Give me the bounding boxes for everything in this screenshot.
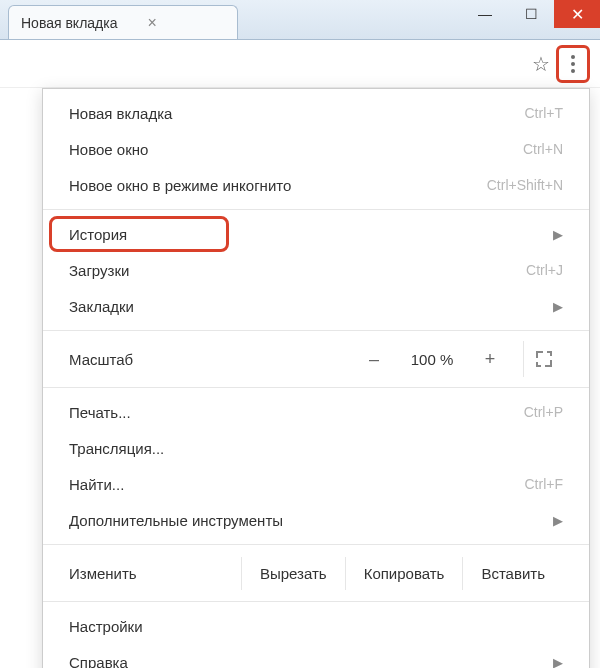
menu-item-label: Печать... bbox=[69, 404, 131, 421]
close-tab-icon[interactable]: × bbox=[148, 15, 157, 31]
minimize-button[interactable]: — bbox=[462, 0, 508, 28]
shortcut-label: Ctrl+J bbox=[526, 262, 563, 278]
chevron-right-icon: ▶ bbox=[553, 655, 563, 669]
zoom-controls: – 100 % + bbox=[351, 341, 563, 377]
menu-find[interactable]: Найти... Ctrl+F bbox=[43, 466, 589, 502]
edit-label: Изменить bbox=[69, 565, 241, 582]
menu-item-label: Трансляция... bbox=[69, 440, 164, 457]
shortcut-label: Ctrl+P bbox=[524, 404, 563, 420]
menu-history[interactable]: История ▶ bbox=[43, 216, 589, 252]
separator bbox=[43, 330, 589, 331]
chevron-right-icon: ▶ bbox=[553, 227, 563, 242]
shortcut-label: Ctrl+Shift+N bbox=[487, 177, 563, 193]
menu-item-label: Закладки bbox=[69, 298, 134, 315]
menu-zoom: Масштаб – 100 % + bbox=[43, 337, 589, 381]
menu-item-label: Новое окно в режиме инкогнито bbox=[69, 177, 291, 194]
edit-buttons: Вырезать Копировать Вставить bbox=[241, 557, 563, 590]
fullscreen-button[interactable] bbox=[523, 341, 563, 377]
menu-incognito[interactable]: Новое окно в режиме инкогнито Ctrl+Shift… bbox=[43, 167, 589, 203]
main-menu: Новая вкладка Ctrl+T Новое окно Ctrl+N Н… bbox=[42, 88, 590, 668]
chevron-right-icon: ▶ bbox=[553, 513, 563, 528]
menu-button-highlight bbox=[556, 45, 590, 83]
menu-more-tools[interactable]: Дополнительные инструменты ▶ bbox=[43, 502, 589, 538]
tab-title: Новая вкладка bbox=[21, 15, 118, 31]
menu-downloads[interactable]: Загрузки Ctrl+J bbox=[43, 252, 589, 288]
titlebar: Новая вкладка × — ☐ ✕ bbox=[0, 0, 600, 40]
toolbar: ☆ bbox=[0, 40, 600, 88]
paste-button[interactable]: Вставить bbox=[462, 557, 563, 590]
menu-bookmarks[interactable]: Закладки ▶ bbox=[43, 288, 589, 324]
menu-print[interactable]: Печать... Ctrl+P bbox=[43, 394, 589, 430]
shortcut-label: Ctrl+T bbox=[525, 105, 564, 121]
menu-new-window[interactable]: Новое окно Ctrl+N bbox=[43, 131, 589, 167]
menu-new-tab[interactable]: Новая вкладка Ctrl+T bbox=[43, 95, 589, 131]
copy-button[interactable]: Копировать bbox=[345, 557, 463, 590]
window-controls: — ☐ ✕ bbox=[462, 0, 600, 28]
menu-help[interactable]: Справка ▶ bbox=[43, 644, 589, 668]
maximize-button[interactable]: ☐ bbox=[508, 0, 554, 28]
menu-item-label: Настройки bbox=[69, 618, 143, 635]
shortcut-label: Ctrl+F bbox=[525, 476, 564, 492]
menu-item-label: История bbox=[69, 226, 127, 243]
zoom-out-button[interactable]: – bbox=[351, 341, 397, 377]
bookmark-star-icon[interactable]: ☆ bbox=[532, 52, 550, 76]
menu-button[interactable] bbox=[561, 50, 585, 78]
menu-item-label: Новое окно bbox=[69, 141, 148, 158]
menu-item-label: Новая вкладка bbox=[69, 105, 172, 122]
zoom-value: 100 % bbox=[397, 351, 467, 368]
cut-button[interactable]: Вырезать bbox=[241, 557, 345, 590]
browser-tab[interactable]: Новая вкладка × bbox=[8, 5, 238, 39]
separator bbox=[43, 209, 589, 210]
menu-item-label: Загрузки bbox=[69, 262, 129, 279]
zoom-in-button[interactable]: + bbox=[467, 341, 513, 377]
fullscreen-icon bbox=[536, 351, 552, 367]
shortcut-label: Ctrl+N bbox=[523, 141, 563, 157]
separator bbox=[43, 544, 589, 545]
menu-item-label: Дополнительные инструменты bbox=[69, 512, 283, 529]
menu-cast[interactable]: Трансляция... bbox=[43, 430, 589, 466]
close-window-button[interactable]: ✕ bbox=[554, 0, 600, 28]
chevron-right-icon: ▶ bbox=[553, 299, 563, 314]
menu-item-label: Найти... bbox=[69, 476, 124, 493]
menu-settings[interactable]: Настройки bbox=[43, 608, 589, 644]
separator bbox=[43, 387, 589, 388]
zoom-label: Масштаб bbox=[69, 351, 351, 368]
menu-item-label: Справка bbox=[69, 654, 128, 669]
menu-edit: Изменить Вырезать Копировать Вставить bbox=[43, 551, 589, 595]
separator bbox=[43, 601, 589, 602]
